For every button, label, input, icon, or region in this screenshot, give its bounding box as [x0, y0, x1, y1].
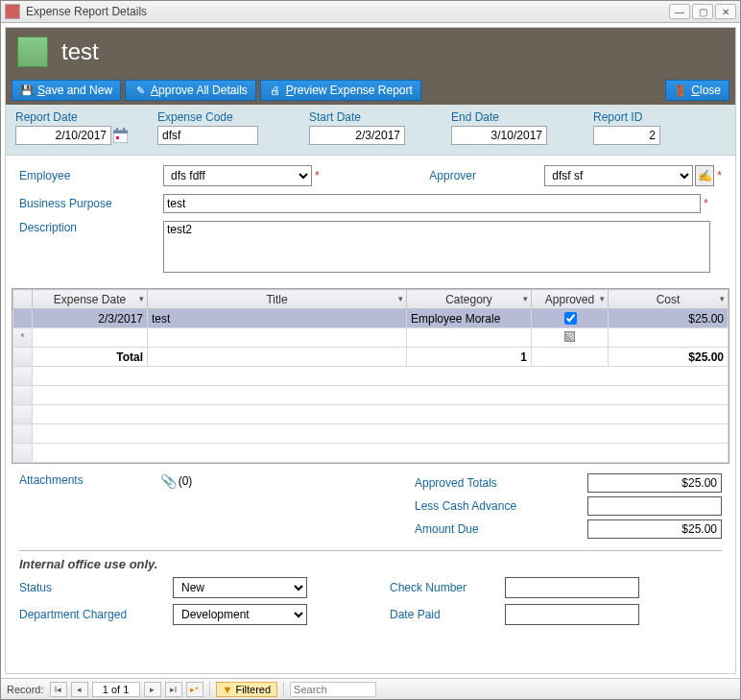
- approve-all-label: Approve All Details: [151, 84, 248, 97]
- description-input[interactable]: test2: [163, 221, 710, 273]
- end-date-label: End Date: [451, 110, 576, 124]
- required-mark: *: [704, 197, 708, 210]
- filter-indicator[interactable]: ▼ Filtered: [216, 682, 278, 697]
- table-row: [13, 367, 729, 386]
- totals-area: Attachments 📎 (0) Approved Totals Less C…: [6, 466, 735, 543]
- maximize-button[interactable]: ▢: [692, 4, 713, 19]
- save-icon: 💾: [20, 84, 34, 97]
- filter-icon: ▼: [223, 684, 233, 695]
- approved-totals-label: Approved Totals: [415, 476, 587, 490]
- col-approved[interactable]: Approved▾: [532, 290, 609, 309]
- nav-last-button[interactable]: ▸I: [165, 682, 182, 697]
- date-fields-band: Report Date Expense Code Start: [6, 105, 735, 156]
- record-navigator: Record: I◂ ◂ ▸ ▸I ▸* ▼ Filtered: [1, 678, 740, 699]
- start-date-input[interactable]: [309, 126, 405, 145]
- date-paid-label: Date Paid: [390, 608, 505, 621]
- table-row: [13, 424, 729, 444]
- paperclip-icon: 📎: [160, 473, 177, 489]
- col-title[interactable]: Title▾: [148, 290, 407, 309]
- signature-icon[interactable]: ✍: [695, 165, 714, 186]
- description-label: Description: [19, 221, 163, 234]
- status-label: Status: [19, 581, 173, 594]
- minimize-button[interactable]: ―: [669, 4, 690, 19]
- calendar-icon[interactable]: [113, 128, 128, 143]
- close-label: Close: [691, 84, 721, 97]
- chevron-down-icon[interactable]: ▾: [398, 294, 403, 303]
- save-and-new-label: Save and New: [37, 84, 112, 97]
- door-icon: 🚪: [674, 84, 687, 97]
- expense-grid: Expense Date▾ Title▾ Category▾ Approved▾…: [12, 288, 729, 464]
- close-form-button[interactable]: 🚪 Close: [665, 80, 729, 101]
- chevron-down-icon[interactable]: ▾: [523, 294, 528, 303]
- attachments-label: Attachments: [19, 473, 84, 487]
- internal-fields: Status New Department Charged Developmen…: [6, 577, 735, 642]
- close-window-button[interactable]: ✕: [715, 4, 736, 19]
- nav-first-button[interactable]: I◂: [50, 682, 67, 697]
- total-cost: $25.00: [609, 348, 729, 367]
- filter-label: Filtered: [235, 684, 271, 695]
- main-fields: Employee dfs fdff * Approver dfsf sf ✍ *…: [6, 156, 735, 286]
- checkbox-placeholder-icon: [564, 331, 575, 342]
- cell-cost[interactable]: $25.00: [609, 309, 729, 328]
- col-cost[interactable]: Cost▾: [609, 290, 729, 309]
- amount-due-label: Amount Due: [415, 522, 587, 536]
- approved-totals-value: [587, 473, 722, 493]
- content: test 💾 Save and New ✎ Approve All Detail…: [1, 23, 740, 699]
- row-selector-header[interactable]: [13, 290, 33, 309]
- app-window: Expense Report Details ― ▢ ✕ test 💾 Save…: [0, 0, 741, 700]
- total-count: 1: [407, 348, 532, 367]
- end-date-input[interactable]: [451, 126, 547, 145]
- business-purpose-label: Business Purpose: [19, 197, 163, 210]
- save-and-new-button[interactable]: 💾 Save and New: [12, 80, 121, 101]
- less-cash-advance-value[interactable]: [587, 496, 722, 516]
- new-row[interactable]: *: [13, 328, 729, 348]
- internal-heading: Internal office use only.: [6, 557, 735, 577]
- approve-all-button[interactable]: ✎ Approve All Details: [125, 80, 256, 101]
- record-label: Record:: [7, 684, 44, 695]
- report-icon: [17, 36, 48, 67]
- search-input[interactable]: [290, 682, 376, 697]
- approved-checkbox[interactable]: [564, 312, 577, 325]
- employee-select[interactable]: dfs fdff: [163, 165, 312, 186]
- cell-approved[interactable]: [532, 309, 609, 328]
- attachments-count: (0): [179, 474, 193, 488]
- nav-new-button[interactable]: ▸*: [186, 682, 203, 697]
- approver-select[interactable]: dfsf sf: [544, 165, 693, 186]
- nav-next-button[interactable]: ▸: [144, 682, 161, 697]
- new-row-selector[interactable]: *: [13, 328, 33, 348]
- total-row: Total 1 $25.00: [13, 348, 729, 367]
- attachments-control[interactable]: 📎 (0): [160, 473, 193, 489]
- dept-charged-label: Department Charged: [19, 608, 173, 621]
- table-row: [13, 405, 729, 424]
- cell-title[interactable]: test: [148, 309, 407, 328]
- total-label: Total: [33, 348, 148, 367]
- chevron-down-icon[interactable]: ▾: [139, 294, 144, 303]
- col-category[interactable]: Category▾: [407, 290, 532, 309]
- record-position[interactable]: [92, 682, 140, 697]
- svg-rect-4: [116, 136, 119, 139]
- chevron-down-icon[interactable]: ▾: [720, 294, 725, 303]
- check-number-label: Check Number: [390, 581, 505, 594]
- preview-button[interactable]: 🖨 Preview Expense Report: [260, 80, 421, 101]
- row-selector[interactable]: [13, 309, 33, 328]
- cell-category[interactable]: Employee Morale: [407, 309, 532, 328]
- table-row[interactable]: 2/3/2017 test Employee Morale $25.00: [13, 309, 729, 328]
- cell-expense-date[interactable]: 2/3/2017: [33, 309, 148, 328]
- form-header: test: [6, 28, 735, 76]
- expense-code-input[interactable]: [157, 126, 258, 145]
- nav-prev-button[interactable]: ◂: [71, 682, 88, 697]
- business-purpose-input[interactable]: [163, 194, 701, 213]
- col-expense-date[interactable]: Expense Date▾: [33, 290, 148, 309]
- required-mark: *: [315, 169, 320, 182]
- start-date-label: Start Date: [309, 110, 434, 124]
- chevron-down-icon[interactable]: ▾: [600, 294, 605, 303]
- status-select[interactable]: New: [173, 577, 307, 598]
- table-row: [13, 386, 729, 405]
- report-id-input[interactable]: [593, 126, 660, 145]
- check-number-input[interactable]: [505, 577, 639, 598]
- dept-charged-select[interactable]: Development: [173, 604, 307, 625]
- date-paid-input[interactable]: [505, 604, 639, 625]
- employee-label: Employee: [19, 169, 163, 182]
- pencil-icon: ✎: [133, 84, 147, 97]
- report-date-input[interactable]: [15, 126, 111, 145]
